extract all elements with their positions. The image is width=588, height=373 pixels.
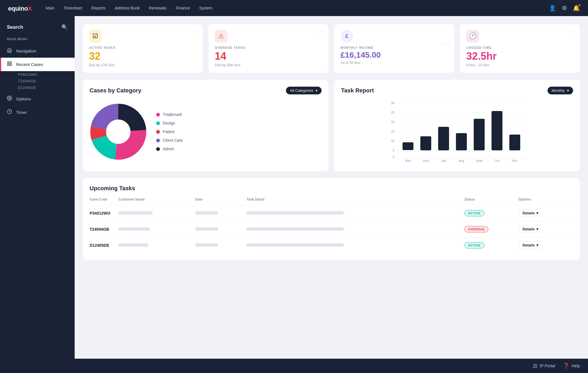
col-date: Date — [195, 197, 247, 205]
task-report-header: Task Report Monthly ▾ — [341, 87, 573, 94]
nav-icon-group: 👤 ⚙ 🔔 — [549, 5, 580, 11]
row2-case-code: D12405DE — [90, 237, 118, 253]
help-icon: ❓ — [563, 363, 569, 369]
table-row: T24094GB OVERDUE Details ▾ — [90, 221, 573, 237]
nav-system[interactable]: System — [199, 6, 213, 10]
stat-cards-row: ··· ☑ ACTIVE TASKS 32 Due by 17th Dec ··… — [83, 24, 580, 73]
svg-text:June: June — [422, 159, 429, 162]
svg-rect-2 — [10, 64, 11, 66]
recent-cases-list: P34012WO T24094GB D12405DE — [0, 71, 75, 92]
stat-card-active-tasks: ··· ☑ ACTIVE TASKS 32 Due by 17th Dec — [83, 24, 203, 73]
svg-text:15: 15 — [391, 130, 394, 133]
sidebar-item-recent-cases[interactable]: Recent Cases — [0, 58, 75, 71]
task-report-card: Task Report Monthly ▾ 30 25 — [334, 80, 580, 171]
ip-portal-link[interactable]: ⚖ IP Portal — [533, 363, 555, 369]
upcoming-tasks-title: Upcoming Tasks — [90, 185, 573, 192]
row2-date — [195, 237, 247, 253]
bar-chart-svg: 30 25 20 15 10 5 0 May June July — [341, 100, 573, 163]
sidebar-search-row: Search 🔍 — [0, 22, 75, 37]
bottom-bar: ⚖ IP Portal ❓ Help — [0, 359, 588, 373]
monthly-dropdown-label: Monthly — [552, 88, 565, 93]
main-layout: Search 🔍 Main Menu Navigation Recent Cas… — [0, 16, 588, 359]
help-link[interactable]: ❓ Help — [563, 363, 580, 369]
svg-text:20: 20 — [391, 120, 394, 124]
recent-case-0[interactable]: P34012WO — [18, 72, 68, 77]
nav-timesheet[interactable]: Timesheet — [63, 6, 82, 10]
task-detail-placeholder — [246, 227, 344, 231]
logged-time-icon-wrap: 🕐 — [466, 30, 479, 42]
row0-customer-name — [118, 205, 195, 221]
row2-customer-name — [118, 237, 195, 253]
logged-time-sub: 6 Nov - 10 Nov — [466, 63, 574, 67]
active-tasks-sub: Due by 17th Dec — [89, 63, 196, 67]
date-placeholder — [195, 227, 218, 231]
svg-point-4 — [9, 98, 10, 99]
stat-card-menu-3[interactable]: ··· — [569, 29, 575, 35]
task-detail-placeholder — [246, 243, 344, 247]
nav-main[interactable]: Main — [46, 6, 54, 10]
svg-text:25: 25 — [391, 111, 394, 114]
timer-label: Timer — [16, 110, 27, 115]
categories-dropdown[interactable]: All Categories ▾ — [286, 87, 322, 94]
upcoming-tasks-card: Upcoming Tasks Case Code Customer Name D… — [83, 178, 580, 260]
navigation-icon — [7, 48, 12, 54]
monthly-dropdown[interactable]: Monthly ▾ — [548, 87, 573, 94]
row2-task-detail — [246, 237, 464, 253]
row0-date — [195, 205, 247, 221]
notification-dot — [578, 4, 581, 6]
row2-options: Details ▾ — [518, 237, 573, 253]
svg-text:30: 30 — [391, 101, 394, 105]
settings-icon[interactable]: ⚙ — [562, 5, 567, 11]
client-care-dot — [156, 139, 160, 142]
logo[interactable]: equinox — [8, 4, 32, 13]
row1-case-code: T24094GB — [90, 221, 118, 237]
date-placeholder — [195, 243, 218, 247]
recent-case-2[interactable]: D12405DE — [18, 86, 68, 90]
svg-text:May: May — [405, 159, 411, 162]
cases-chart-header: Cases by Category All Categories ▾ — [90, 87, 322, 94]
svg-text:Sept: Sept — [476, 159, 483, 162]
details-label: Details — [523, 211, 535, 215]
sidebar-item-timer[interactable]: Timer — [0, 106, 75, 119]
recent-case-1[interactable]: T24094GB — [18, 79, 68, 83]
stat-card-menu-0[interactable]: ··· — [192, 29, 198, 35]
task-detail-placeholder — [246, 211, 344, 215]
nav-renewals[interactable]: Renewals — [149, 6, 166, 10]
trademark-label: Trademark — [163, 112, 182, 117]
details-button-0[interactable]: Details ▾ — [518, 209, 543, 217]
design-label: Design — [163, 121, 175, 125]
cases-by-category-card: Cases by Category All Categories ▾ — [83, 80, 328, 171]
details-button-1[interactable]: Details ▾ — [518, 225, 543, 233]
sidebar-item-navigation[interactable]: Navigation — [0, 44, 75, 58]
options-label: Options — [16, 96, 31, 101]
legend-client-care: Client Care — [156, 138, 183, 143]
logged-time-value: 32.5hr — [466, 51, 574, 61]
notifications-icon[interactable]: 🔔 — [573, 5, 580, 11]
donut-svg — [90, 103, 147, 160]
sidebar-item-options[interactable]: Options — [0, 92, 75, 106]
customer-name-placeholder — [118, 227, 150, 231]
monthly-income-icon-wrap: £ — [341, 30, 353, 42]
stat-card-monthly-income: £ ··· MONTHLY INCOME £16,145.00 As of 28… — [334, 24, 454, 73]
svg-text:10: 10 — [391, 139, 394, 143]
details-button-2[interactable]: Details ▾ — [518, 241, 543, 249]
stat-card-menu-1[interactable]: ··· — [318, 29, 324, 35]
main-menu-label: Main Menu — [0, 37, 75, 44]
row1-options: Details ▾ — [518, 221, 573, 237]
stat-card-menu-2[interactable]: ··· — [444, 40, 450, 46]
overdue-tasks-icon: ⚠ — [218, 32, 224, 40]
chevron-down-icon: ▾ — [316, 88, 318, 93]
user-icon[interactable]: 👤 — [549, 5, 556, 11]
status-badge: OVERDUE — [464, 226, 488, 232]
nav-address-book[interactable]: Address Book — [115, 6, 140, 10]
nav-reports[interactable]: Reports — [91, 6, 105, 10]
monthly-income-value: £16,145.00 — [341, 51, 448, 59]
svg-text:Oct: Oct — [494, 159, 499, 162]
timer-icon — [7, 109, 12, 116]
row2-status: ACTIVE — [464, 237, 518, 253]
nav-finance[interactable]: Finance — [176, 6, 190, 10]
search-icon[interactable]: 🔍 — [61, 24, 68, 30]
row1-date — [195, 221, 247, 237]
row0-status: ACTIVE — [464, 205, 518, 221]
row1-customer-name — [118, 221, 195, 237]
